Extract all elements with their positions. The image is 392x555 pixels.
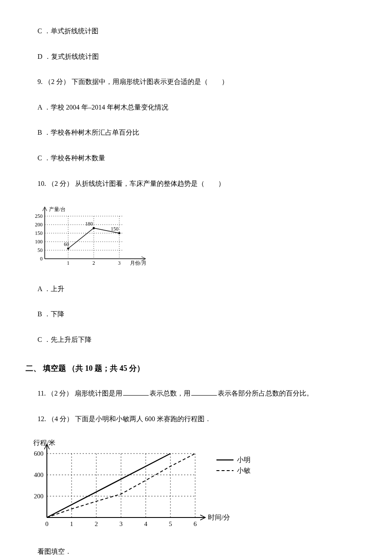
chart2-legend-min: 小敏	[237, 467, 251, 474]
chart1-y250: 250	[35, 213, 43, 219]
chart2-svg: 200 400 600 0 1 2 3 4 5 6 行程/米 时间/分 小明 小…	[33, 439, 251, 527]
chart-race: 200 400 600 0 1 2 3 4 5 6 行程/米 时间/分 小明 小…	[26, 436, 366, 534]
q11-blank-2[interactable]	[191, 389, 217, 396]
chart2-x4: 4	[144, 520, 147, 527]
q10-option-c: C ．先上升后下降	[37, 334, 366, 345]
option-c: C ．单式折线统计图	[37, 26, 366, 37]
chart2-xlabel: 时间/分	[208, 514, 230, 521]
svg-point-11	[93, 227, 95, 229]
chart1-x1: 1	[67, 260, 69, 266]
svg-point-10	[67, 248, 69, 250]
q9-option-c: C ．学校各种树木数量	[37, 153, 366, 164]
q12-look: 看图填空．	[37, 546, 366, 555]
section-2-title: 二、 填空题 （共 10 题；共 45 分）	[26, 362, 366, 375]
q10-option-a: A ．上升	[37, 283, 366, 295]
q11-blank-1[interactable]	[123, 389, 149, 396]
q9-option-b: B ．学校各种树木所汇占单百分比	[37, 127, 366, 138]
chart1-dl2: 180	[85, 221, 93, 227]
chart1-svg: 0 50 100 150 200 250 产量/台 月份/月 1 2 3 60 …	[35, 206, 147, 266]
chart2-x6: 6	[193, 520, 197, 527]
chart1-y200: 200	[35, 222, 43, 228]
chart1-y100: 100	[35, 239, 43, 245]
chart2-x1: 1	[70, 520, 73, 527]
chart1-y50: 50	[37, 247, 43, 253]
chart2-x0: 0	[45, 520, 49, 527]
chart1-xlabel: 月份/月	[130, 260, 147, 266]
chart2-legend-ming: 小明	[237, 456, 251, 463]
question-12-stem: 12. （4 分） 下面是小明和小敏两人 600 米赛跑的行程图．	[37, 413, 366, 425]
chart1-dl1: 60	[64, 241, 69, 247]
question-9-stem: 9. （2 分） 下面数据中，用扇形统计图表示更合适的是（ ）	[37, 76, 366, 87]
chart2-x3: 3	[119, 520, 123, 527]
chart1-x3: 3	[118, 260, 121, 266]
q11-prefix: 11. （2 分） 扇形统计图是用	[37, 390, 122, 397]
chart2-x2: 2	[95, 520, 98, 527]
option-d: D ．复式折线统计图	[37, 51, 366, 62]
chart1-y150: 150	[35, 230, 43, 236]
chart1-x2: 2	[92, 260, 95, 266]
q11-suffix: 表示各部分所占总数的百分比。	[218, 390, 313, 397]
question-10-stem: 10. （2 分） 从折线统计图看，车床产量的整体趋势是（ ）	[37, 178, 366, 189]
chart2-x5: 5	[169, 520, 172, 527]
svg-point-12	[118, 232, 121, 234]
chart2-y200: 200	[34, 493, 44, 500]
chart1-y0: 0	[40, 256, 43, 262]
question-11: 11. （2 分） 扇形统计图是用表示总数，用表示各部分所占总数的百分比。	[37, 388, 366, 399]
chart1-ylabel: 产量/台	[49, 206, 66, 212]
q9-option-a: A ．学校 2004 年–2014 年树木总量变化情况	[37, 102, 366, 113]
q10-option-b: B ．下降	[37, 309, 366, 320]
chart2-ylabel: 行程/米	[33, 439, 55, 446]
chart2-y600: 600	[34, 450, 44, 457]
q11-mid: 表示总数，用	[150, 390, 190, 397]
chart1-dl3: 150	[111, 226, 118, 232]
chart2-y400: 400	[34, 471, 44, 478]
chart-lathe-production: 0 50 100 150 200 250 产量/台 月份/月 1 2 3 60 …	[26, 203, 366, 271]
